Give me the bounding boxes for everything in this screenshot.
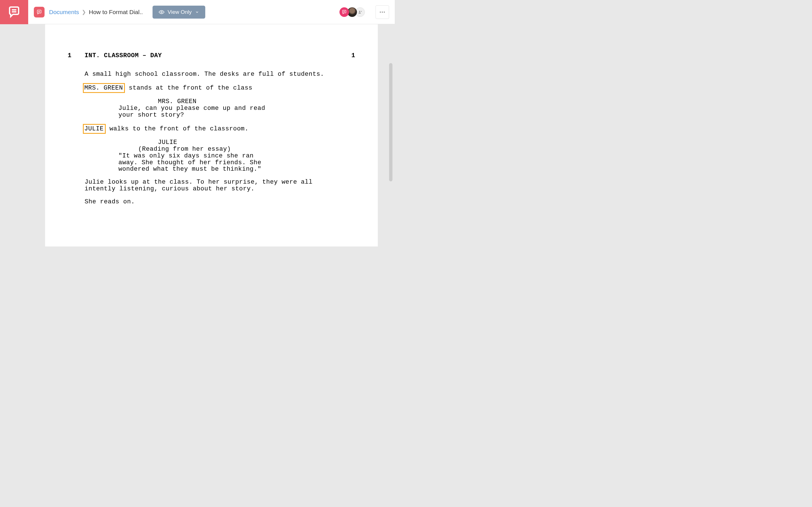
eye-icon xyxy=(159,9,164,15)
view-mode-label: View Only xyxy=(168,9,192,15)
action-text: walks to the front of the classroom. xyxy=(106,125,249,132)
character-cue: MRS. GREEN xyxy=(158,98,355,105)
action-line: MRS. GREEN stands at the front of the cl… xyxy=(83,84,328,93)
avatar-app-icon[interactable] xyxy=(340,7,349,17)
breadcrumb-current: How to Format Dial.. xyxy=(89,9,143,15)
dialogue-block: MRS. GREEN Julie, can you please come up… xyxy=(85,98,355,118)
person-icon xyxy=(358,10,362,14)
header-left: Documents ❯ How to Format Dial.. View On… xyxy=(34,6,205,18)
chevron-down-icon xyxy=(195,10,199,14)
breadcrumb-documents-link[interactable]: Documents xyxy=(49,9,79,15)
scene-heading: INT. CLASSROOM – DAY xyxy=(85,52,347,59)
app-logo[interactable] xyxy=(0,0,28,24)
more-options-button[interactable] xyxy=(375,5,389,19)
chevron-right-icon: ❯ xyxy=(82,9,86,15)
script-document: 1 INT. CLASSROOM – DAY 1 A small high sc… xyxy=(45,24,378,246)
action-line: Julie looks up at the class. To her surp… xyxy=(85,179,330,192)
scene-number-right: 1 xyxy=(347,52,355,59)
parenthetical: (Reading from her essay) xyxy=(138,146,355,153)
action-text: stands at the front of the class xyxy=(125,84,252,92)
breadcrumb: Documents ❯ How to Format Dial.. xyxy=(49,9,143,15)
view-mode-button[interactable]: View Only xyxy=(153,6,205,18)
header-bar: Documents ❯ How to Format Dial.. View On… xyxy=(28,0,395,24)
dialogue-text: "It was only six days since she ran away… xyxy=(118,153,268,173)
header-right xyxy=(340,5,389,19)
ellipsis-icon xyxy=(380,11,385,13)
dialogue-block: JULIE (Reading from her essay) "It was o… xyxy=(85,139,355,173)
scene-number-left: 1 xyxy=(68,52,85,59)
action-line: JULIE walks to the front of the classroo… xyxy=(83,125,328,133)
scrollbar[interactable] xyxy=(389,63,393,181)
script-body: A small high school classroom. The desks… xyxy=(85,71,355,205)
dialogue-text: Julie, can you please come up and read y… xyxy=(118,105,268,119)
action-line: She reads on. xyxy=(85,199,330,205)
character-cue: JULIE xyxy=(158,139,355,146)
svg-point-7 xyxy=(359,11,360,12)
avatar-stack[interactable] xyxy=(340,7,365,17)
document-icon[interactable] xyxy=(34,7,45,17)
scene-heading-row: 1 INT. CLASSROOM – DAY 1 xyxy=(68,52,355,59)
svg-point-4 xyxy=(161,11,162,13)
content-area: 1 INT. CLASSROOM – DAY 1 A small high sc… xyxy=(28,24,395,246)
character-highlight: MRS. GREEN xyxy=(83,83,125,93)
character-highlight: JULIE xyxy=(83,124,106,134)
action-line: A small high school classroom. The desks… xyxy=(85,71,330,78)
